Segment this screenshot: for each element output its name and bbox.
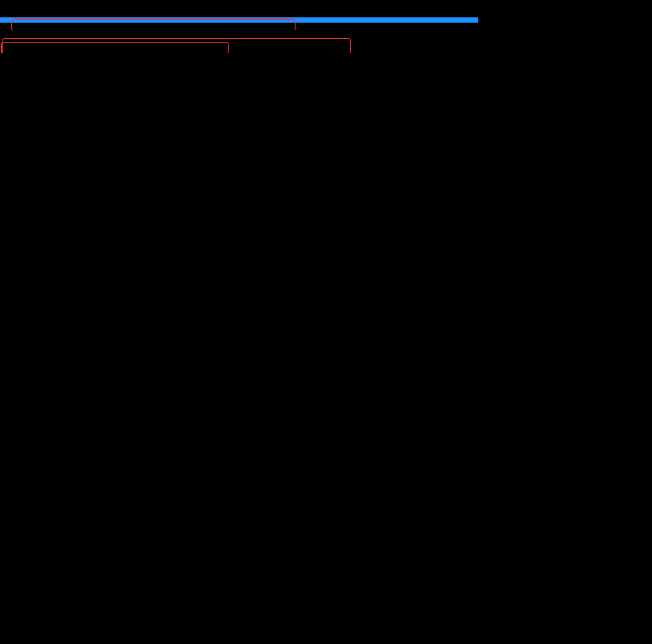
object-table[interactable] [0,17,478,23]
annotation-bottom [0,37,478,53]
object-dump [0,30,478,37]
table-header [0,20,478,21]
annotation-box-summary [11,19,296,31]
app-title-ascii [0,8,478,10]
